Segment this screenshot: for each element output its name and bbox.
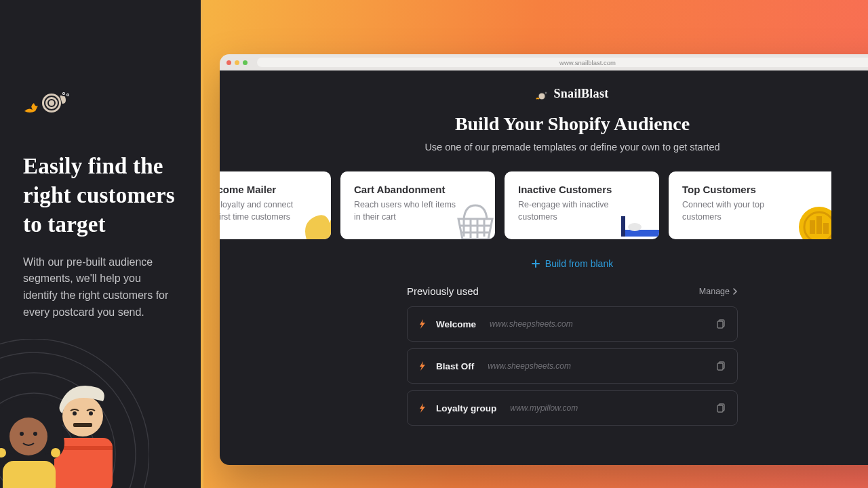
- snailblast-logo: [23, 88, 71, 115]
- previous-audience-row[interactable]: Welcome www.sheepsheets.com: [407, 306, 738, 342]
- previous-audience-name: Blast Off: [436, 361, 474, 371]
- copy-icon[interactable]: [717, 403, 726, 413]
- build-from-blank-button[interactable]: Build from blank: [220, 258, 868, 269]
- svg-point-25: [628, 223, 642, 231]
- previous-audience-url: www.sheepsheets.com: [490, 319, 573, 329]
- template-card-welcome[interactable]: Welcome Mailer Build loyalty and connect…: [220, 171, 331, 239]
- bed-icon: [616, 196, 659, 239]
- page-title: Build Your Shopify Audience: [220, 113, 868, 135]
- marketing-subtext: With our pre-built audience segments, we…: [23, 254, 178, 321]
- template-card-top[interactable]: Top Customers Connect with your topcusto…: [669, 171, 831, 239]
- template-title: Cart Abandonment: [354, 184, 481, 195]
- bolt-icon: [418, 403, 427, 413]
- browser-chrome-bar: www.snailblast.com: [220, 54, 868, 70]
- svg-point-22: [545, 92, 547, 93]
- previously-used-section: Previously used Manage Welcome www.sheep…: [407, 285, 738, 426]
- svg-point-3: [63, 93, 64, 94]
- page-subtitle: Use one of our premade templates or defi…: [220, 142, 868, 152]
- template-card-cart[interactable]: Cart Abandonment Reach users who left it…: [340, 171, 495, 239]
- svg-rect-34: [717, 363, 723, 370]
- svg-rect-30: [823, 223, 829, 234]
- template-desc: Re-engage with inactivecustomers: [518, 199, 627, 223]
- svg-point-20: [51, 448, 60, 458]
- manage-label: Manage: [699, 287, 730, 296]
- copy-icon[interactable]: [717, 361, 726, 371]
- browser-url-text: www.snailblast.com: [559, 59, 616, 66]
- traffic-light-zoom[interactable]: [243, 60, 248, 65]
- wave-icon: [288, 196, 331, 239]
- bolt-icon: [418, 319, 427, 329]
- build-from-blank-label: Build from blank: [545, 258, 613, 269]
- basket-icon: [452, 196, 495, 239]
- app-brand: SnailBlast: [220, 87, 868, 101]
- medal-icon: [788, 196, 831, 239]
- browser-url-bar[interactable]: www.snailblast.com: [257, 58, 868, 67]
- template-title: Top Customers: [682, 184, 818, 195]
- template-cards-row: Welcome Mailer Build loyalty and connect…: [220, 171, 868, 239]
- svg-point-16: [20, 432, 24, 436]
- svg-rect-12: [73, 423, 92, 427]
- template-title: Inactive Customers: [518, 184, 646, 195]
- plus-icon: [532, 260, 540, 268]
- svg-point-17: [33, 432, 37, 436]
- traffic-light-minimize[interactable]: [235, 60, 239, 65]
- bolt-icon: [418, 361, 427, 371]
- app-body: SnailBlast Build Your Shopify Audience U…: [220, 70, 868, 465]
- previous-audience-row[interactable]: Blast Off www.sheepsheets.com: [407, 348, 738, 384]
- svg-point-15: [9, 418, 47, 455]
- svg-point-4: [67, 94, 68, 96]
- previous-audience-name: Loyalty group: [436, 403, 496, 413]
- svg-point-13: [73, 411, 77, 415]
- previous-audience-url: www.mypillow.com: [510, 403, 578, 413]
- people-illustration: [0, 370, 123, 488]
- svg-rect-23: [621, 230, 659, 237]
- marketing-heading: Easily find the right customers to targe…: [23, 152, 178, 239]
- template-title: Welcome Mailer: [220, 184, 317, 195]
- previous-audience-url: www.sheepsheets.com: [488, 361, 571, 371]
- app-brand-text: SnailBlast: [553, 87, 608, 101]
- traffic-light-close[interactable]: [226, 60, 231, 65]
- svg-rect-28: [810, 220, 815, 234]
- snail-icon: [536, 89, 548, 99]
- svg-rect-24: [621, 216, 625, 237]
- previously-used-heading: Previously used: [407, 285, 479, 297]
- copy-icon[interactable]: [717, 319, 726, 329]
- template-desc: Connect with your topcustomers: [682, 199, 791, 223]
- chevron-right-icon: [732, 288, 738, 295]
- template-card-inactive[interactable]: Inactive Customers Re-engage with inacti…: [505, 171, 659, 239]
- previous-audience-row[interactable]: Loyalty group www.mypillow.com: [407, 390, 738, 426]
- svg-rect-18: [3, 461, 56, 488]
- template-desc: Reach users who left itemsin their cart: [354, 199, 462, 223]
- marketing-left-panel: Easily find the right customers to targe…: [0, 0, 203, 488]
- svg-rect-32: [717, 321, 723, 328]
- svg-point-14: [89, 411, 93, 415]
- svg-rect-36: [717, 405, 723, 412]
- svg-rect-29: [816, 216, 822, 234]
- previous-audience-name: Welcome: [436, 319, 476, 329]
- marketing-right-area: www.snailblast.com SnailBlast Build Your…: [203, 0, 868, 488]
- manage-link[interactable]: Manage: [699, 287, 738, 296]
- traffic-lights: [226, 60, 248, 65]
- browser-window: www.snailblast.com SnailBlast Build Your…: [220, 54, 868, 465]
